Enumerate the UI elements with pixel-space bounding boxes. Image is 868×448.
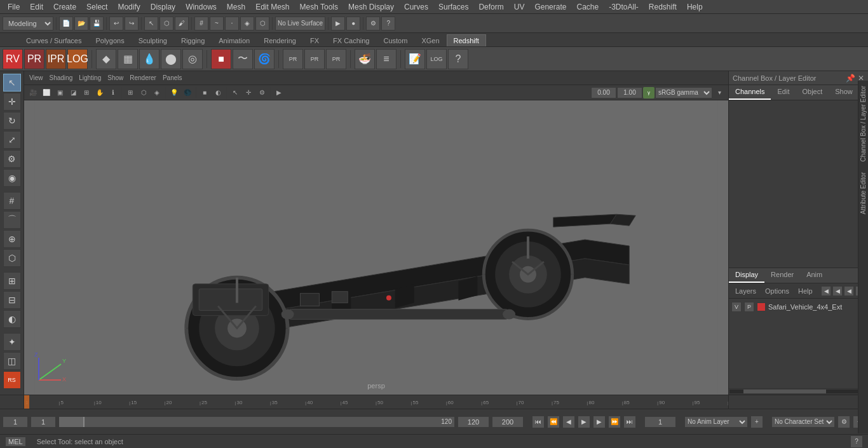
menu-generate[interactable]: Generate: [529, 1, 571, 13]
shelf-icon-diamond[interactable]: ◆: [96, 49, 116, 69]
vp-menu-renderer[interactable]: Renderer: [127, 74, 159, 82]
go-start-btn[interactable]: ⏮: [532, 416, 545, 428]
ipr-btn[interactable]: ●: [346, 17, 360, 31]
no-live-surface-btn[interactable]: No Live Surface: [275, 17, 325, 31]
menu-cache[interactable]: Cache: [571, 1, 604, 13]
range-start-input[interactable]: 1: [3, 416, 28, 428]
universal-manipulator-btn[interactable]: ⚙: [3, 150, 21, 168]
shelf-icon-2[interactable]: PR: [24, 49, 44, 69]
shelf-icon-layers[interactable]: ≡: [376, 49, 397, 69]
scrollbar-thumb[interactable]: [743, 390, 826, 393]
layer-icon-btn1[interactable]: ◀: [821, 286, 831, 296]
snap-grid2-btn[interactable]: #: [3, 192, 21, 210]
add-grid-btn[interactable]: ⊟: [3, 291, 21, 309]
vi-shadow-btn[interactable]: 🌑: [181, 87, 194, 98]
lang-selector[interactable]: MEL: [5, 437, 26, 447]
layer-help-menu[interactable]: Help: [794, 286, 817, 296]
layers-menu[interactable]: Layers: [731, 286, 760, 296]
vtab-attr-editor[interactable]: Attribute Editor: [858, 167, 868, 219]
shelf-tab-xgen[interactable]: XGen: [414, 34, 446, 46]
select-btn[interactable]: ↖: [144, 17, 158, 31]
vp-menu-show[interactable]: Show: [105, 74, 126, 82]
scale-tool-btn[interactable]: ⤢: [3, 131, 21, 149]
shelf-icon-wave[interactable]: 〜: [233, 49, 253, 69]
next-key-btn[interactable]: ⏩: [608, 416, 621, 428]
prev-frame-btn[interactable]: ◀: [562, 416, 575, 428]
vi-grid-btn[interactable]: ⊞: [124, 87, 137, 98]
menu-edit[interactable]: Edit: [25, 1, 48, 13]
max-frame-input[interactable]: 120: [458, 416, 489, 428]
shelf-tab-animation[interactable]: Animation: [212, 34, 257, 46]
vp-menu-shading[interactable]: Shading: [47, 74, 76, 82]
vp-menu-panels[interactable]: Panels: [160, 74, 185, 82]
help-btn[interactable]: ?: [381, 17, 395, 31]
menu-surfaces[interactable]: Surfaces: [433, 1, 473, 13]
open-scene-btn[interactable]: 📂: [74, 17, 88, 31]
cb-tab-channels[interactable]: Channels: [729, 85, 771, 100]
shelf-icon-1[interactable]: RV: [3, 49, 23, 69]
snap-surface2-btn[interactable]: ⬡: [3, 249, 21, 267]
lasso-btn[interactable]: ⬡: [159, 17, 173, 31]
vp-value2-input[interactable]: 1.00: [617, 87, 642, 98]
rs-icon-btn[interactable]: RS: [3, 371, 21, 389]
range-bar[interactable]: 120: [58, 416, 455, 428]
gamma-select[interactable]: sRGB gamma: [655, 87, 712, 98]
snap-surface-btn[interactable]: ⬡: [255, 17, 269, 31]
viewport-canvas[interactable]: Y X Z persp: [24, 100, 728, 395]
render-btn[interactable]: ▶: [331, 17, 345, 31]
shelf-tab-polygons[interactable]: Polygons: [88, 34, 131, 46]
le-tab-display[interactable]: Display: [729, 268, 764, 283]
snap-grid-btn[interactable]: #: [194, 17, 208, 31]
anim-layer-select[interactable]: No Anim Layer: [684, 416, 748, 428]
redo-btn[interactable]: ↪: [125, 17, 139, 31]
vp-menu-view[interactable]: View: [27, 74, 46, 82]
menu-redshift[interactable]: Redshift: [644, 1, 682, 13]
soft-select-btn[interactable]: ◉: [3, 169, 21, 187]
cb-tab-object[interactable]: Object: [796, 85, 829, 100]
menu-help[interactable]: Help: [682, 1, 708, 13]
vi-mask-btn[interactable]: ◪: [67, 87, 79, 98]
shelf-icon-drop[interactable]: 💧: [139, 49, 159, 69]
play-btn[interactable]: ▶: [578, 416, 590, 428]
layer-icon-btn2[interactable]: ◀: [832, 286, 843, 296]
mode-dropdown[interactable]: Modeling: [3, 17, 53, 31]
layer-p-btn[interactable]: P: [744, 302, 754, 312]
cb-tab-edit[interactable]: Edit: [771, 85, 796, 100]
menu-editmesh[interactable]: Edit Mesh: [250, 1, 294, 13]
shelf-icon-log[interactable]: LOG: [426, 49, 447, 69]
vi-smooth-btn[interactable]: ◈: [151, 87, 163, 98]
shelf-icon-grid[interactable]: ▦: [118, 49, 138, 69]
char-set-select[interactable]: No Character Set: [771, 416, 835, 428]
snap-point2-btn[interactable]: ⊕: [3, 230, 21, 248]
snap-curve-btn[interactable]: ~: [210, 17, 224, 31]
quick-layout-btn[interactable]: ⊞: [3, 272, 21, 290]
range-end-input[interactable]: 120: [430, 417, 452, 427]
menu-windows[interactable]: Windows: [180, 1, 222, 13]
layer-scrollbar[interactable]: [729, 388, 868, 395]
menu-deform[interactable]: Deform: [473, 1, 508, 13]
go-end-btn[interactable]: ⏭: [623, 416, 636, 428]
menu-file[interactable]: File: [3, 1, 25, 13]
total-frame-input[interactable]: 200: [492, 416, 524, 428]
settings-btn[interactable]: ⚙: [366, 17, 380, 31]
vp-menu-lighting[interactable]: Lighting: [76, 74, 104, 82]
vi-pan-btn[interactable]: ✋: [93, 87, 106, 98]
shelf-tab-rigging[interactable]: Rigging: [174, 34, 212, 46]
new-scene-btn[interactable]: 📄: [59, 17, 73, 31]
menu-uv[interactable]: UV: [509, 1, 530, 13]
current-frame-input[interactable]: 1: [31, 416, 56, 428]
undo-btn[interactable]: ↩: [109, 17, 123, 31]
save-scene-btn[interactable]: 💾: [90, 17, 104, 31]
menu-display[interactable]: Display: [146, 1, 180, 13]
menu-meshdisplay[interactable]: Mesh Display: [343, 1, 399, 13]
menu-mesh[interactable]: Mesh: [222, 1, 250, 13]
shelf-icon-3[interactable]: IPR: [46, 49, 66, 69]
move-tool-btn[interactable]: ✛: [3, 93, 21, 111]
shelf-icon-4[interactable]: LOG: [67, 49, 88, 69]
vi-hud-btn[interactable]: ℹ: [107, 87, 119, 98]
vi-extra-btn[interactable]: ▾: [713, 87, 726, 98]
menu-curves[interactable]: Curves: [399, 1, 433, 13]
paint-sel-btn[interactable]: 🖌: [175, 17, 189, 31]
le-tab-render[interactable]: Render: [764, 268, 800, 283]
vtab-channel-box[interactable]: Channel Box / Layer Editor: [858, 81, 868, 167]
